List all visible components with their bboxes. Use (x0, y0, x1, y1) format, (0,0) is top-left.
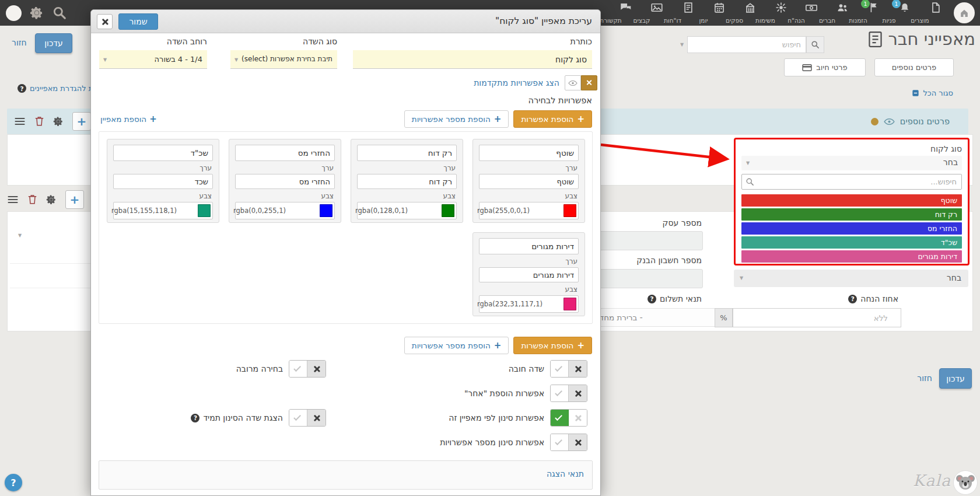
section-settings-gear-icon[interactable] (46, 194, 57, 205)
option-value-input[interactable] (479, 267, 579, 282)
toggle-no[interactable] (569, 385, 587, 401)
display-conditions-link[interactable]: תנאי הצגה (547, 469, 584, 478)
toggle-no[interactable] (307, 410, 326, 426)
payment-terms-select[interactable]: - ברירת מחדל - (583, 308, 732, 327)
field-type-select[interactable]: תיבת בחירת אפשרות (select) ▼ (230, 50, 337, 69)
toggle-yes[interactable] (551, 434, 569, 450)
toggle-yes[interactable] (551, 361, 569, 377)
nav-item-10[interactable]: קבצים (642, 0, 673, 26)
color-swatch[interactable] (442, 204, 454, 217)
color-rgba-input[interactable] (474, 296, 564, 312)
add-option-button[interactable]: + הוספת אפשרות (513, 337, 592, 354)
option-title-input[interactable] (235, 145, 335, 161)
toggle-no[interactable] (569, 410, 587, 426)
page-search-input[interactable] (688, 37, 806, 53)
close-modal-button[interactable] (97, 14, 113, 29)
field-width-select[interactable]: 1/4 - 4 בשורה ▼ (99, 50, 207, 69)
option-value-input[interactable] (113, 174, 213, 189)
color-rgba-input[interactable] (352, 202, 442, 219)
toggle-switch[interactable] (550, 385, 587, 402)
toggle-switch[interactable] (550, 360, 587, 378)
toggle-no[interactable] (569, 361, 587, 377)
option-value-input[interactable] (235, 174, 335, 189)
add-option-button[interactable]: + הוספת אפשרות (513, 110, 592, 128)
filter-select[interactable]: ▼ (674, 36, 690, 53)
option-value-input[interactable] (479, 174, 579, 189)
color-rgba-input[interactable] (230, 202, 320, 219)
dropdown-option[interactable]: החזרי מס (741, 222, 962, 235)
secondary-choose-select[interactable]: בחר ▼ (734, 270, 968, 287)
home-button[interactable] (951, 0, 978, 26)
back-link-top[interactable]: חזור (12, 38, 27, 47)
help-icon[interactable]: ? (648, 295, 656, 303)
settings-gear-icon[interactable] (30, 6, 44, 20)
eye-icon[interactable] (884, 118, 895, 125)
nav-item-11[interactable]: תקשורת (611, 0, 642, 26)
toggle-no[interactable] (569, 434, 587, 450)
billing-details-button[interactable]: פרטי חיוב (784, 58, 866, 76)
update-button-top[interactable]: עדכון (35, 33, 72, 53)
bank-account-input[interactable] (583, 269, 703, 288)
discount-input[interactable] (733, 309, 901, 327)
nav-item-4[interactable]: חברים (827, 0, 858, 26)
update-button-bottom[interactable]: עדכון (939, 368, 972, 389)
dropdown-option[interactable]: רק דוח (741, 208, 962, 221)
add-multiple-options-button[interactable]: + הוספת מספר אפשרויות (404, 110, 509, 128)
toggle-switch[interactable] (289, 360, 326, 378)
option-title-input[interactable] (357, 145, 457, 161)
help-icon[interactable]: ? (191, 414, 200, 422)
option-value-input[interactable] (357, 174, 457, 189)
chevron-down-icon[interactable]: ▼ (18, 233, 22, 238)
toggle-yes[interactable] (551, 385, 569, 401)
delete-trash-icon[interactable] (34, 116, 44, 127)
drag-handle-icon[interactable] (7, 195, 19, 204)
back-link-bottom[interactable]: חזור (917, 373, 932, 383)
business-number-input[interactable] (583, 231, 703, 250)
color-swatch[interactable] (198, 204, 211, 217)
toggle-switch[interactable] (550, 409, 587, 427)
preview-eye-button[interactable] (565, 75, 581, 90)
add-multiple-options-button[interactable]: + הוספת מספר אפשרויות (404, 337, 509, 354)
nav-item-8[interactable]: יומן (704, 0, 734, 26)
nav-item-1[interactable]: מוצרים (920, 0, 951, 26)
toggle-switch[interactable] (289, 409, 326, 427)
nav-item-9[interactable]: דו"חות (673, 0, 704, 26)
delete-trash-icon[interactable] (27, 194, 37, 205)
nav-item-2[interactable]: 1פניות (889, 0, 920, 26)
option-title-input[interactable] (113, 145, 213, 161)
nav-item-3[interactable]: 1הזמנות (858, 0, 889, 26)
color-swatch[interactable] (320, 204, 332, 217)
color-swatch[interactable] (564, 298, 576, 310)
nav-item-6[interactable]: משימות (765, 0, 796, 26)
nav-item-5[interactable]: הנה"ח (796, 0, 827, 26)
color-rgba-input[interactable] (108, 202, 198, 219)
toggle-switch[interactable] (550, 434, 587, 451)
dropdown-option[interactable]: שוטף (741, 194, 962, 207)
add-field-button[interactable]: + (65, 190, 84, 209)
save-button[interactable]: שמור (118, 13, 158, 30)
nav-item-7[interactable]: ספקים (734, 0, 765, 26)
more-details-button[interactable]: פרטים נוספים (874, 58, 954, 76)
profile-circle[interactable] (6, 5, 22, 21)
show-advanced-link[interactable]: הצג אפשרויות מתקדמות (474, 78, 559, 88)
option-title-input[interactable] (479, 238, 579, 254)
option-title-input[interactable] (479, 145, 579, 161)
help-button[interactable]: ? (5, 474, 22, 491)
section-settings-gear-icon[interactable] (53, 116, 64, 127)
global-search-icon[interactable] (52, 5, 67, 20)
toggle-yes[interactable] (289, 410, 307, 426)
add-property-link[interactable]: + הוספת מאפיין (100, 114, 157, 124)
color-rgba-input[interactable] (474, 202, 564, 219)
toggle-yes[interactable] (289, 361, 307, 377)
dropdown-search-input[interactable] (742, 174, 961, 189)
close-all-link[interactable]: סגור הכל (912, 89, 953, 97)
help-icon[interactable]: ? (848, 295, 857, 303)
title-input[interactable] (353, 50, 592, 68)
search-submit-button[interactable] (806, 36, 824, 53)
customer-type-select[interactable]: בחר ▼ (741, 156, 962, 170)
color-swatch[interactable] (564, 204, 576, 217)
koala-mascot-avatar[interactable] (953, 470, 978, 495)
add-field-button[interactable]: + (72, 112, 91, 131)
hide-advanced-button[interactable] (581, 75, 597, 90)
drag-handle-icon[interactable] (14, 117, 26, 126)
